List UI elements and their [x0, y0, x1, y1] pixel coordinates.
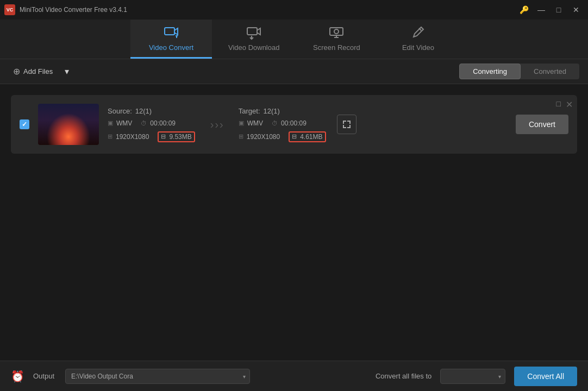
- target-label: Target:: [239, 107, 260, 115]
- target-format-icon: ▣: [239, 119, 244, 127]
- arrow-3: ›: [220, 118, 223, 131]
- tab-video-convert-label: Video Convert: [149, 43, 193, 52]
- tab-edit-video-label: Edit Video: [402, 43, 434, 52]
- title-bar-controls: 🔑 — □ ✕: [516, 2, 584, 17]
- minimize-button[interactable]: —: [534, 2, 549, 17]
- target-format: ▣ WMV: [239, 119, 263, 127]
- edit-icon[interactable]: □: [556, 99, 561, 108]
- video-download-icon: [246, 25, 261, 40]
- converted-tab[interactable]: Converted: [521, 64, 579, 79]
- source-size-icon: ⊟: [161, 133, 166, 140]
- source-duration-value: 00:00:09: [150, 119, 176, 127]
- target-resolution-value: 1920X1080: [247, 133, 280, 141]
- output-dropdown-icon[interactable]: ▾: [243, 373, 246, 379]
- close-button[interactable]: ✕: [568, 2, 584, 17]
- clock-output-icon: ⏰: [11, 370, 24, 383]
- target-duration-value: 00:00:09: [281, 119, 306, 127]
- arrow-1: ›: [210, 118, 214, 131]
- app-title: MiniTool Video Converter Free v3.4.1: [20, 6, 127, 14]
- add-files-dropdown-button[interactable]: ▾: [61, 66, 72, 77]
- tab-screen-record[interactable]: Screen Record: [296, 20, 377, 59]
- source-resolution: ⊞ 1920X1080: [108, 133, 149, 141]
- clock-icon: ⏱: [141, 120, 147, 127]
- converting-tabs: Converting Converted: [459, 64, 579, 79]
- tab-video-download[interactable]: Video Download: [212, 20, 296, 59]
- target-res-icon: ⊞: [239, 133, 243, 140]
- source-fields: ▣ WMV ⏱ 00:00:09 ⊞ 1920X1080: [108, 119, 195, 142]
- convert-arrows: › › ›: [210, 118, 223, 131]
- target-row-1: ▣ WMV ⏱ 00:00:09: [239, 119, 326, 127]
- title-bar: VC MiniTool Video Converter Free v3.4.1 …: [0, 0, 588, 20]
- format-icon: ▣: [108, 119, 113, 127]
- toolbar: ⊕ Add Files ▾ Converting Converted: [0, 59, 588, 84]
- output-label: Output: [33, 372, 54, 380]
- converting-tab[interactable]: Converting: [459, 64, 521, 79]
- title-bar-left: VC MiniTool Video Converter Free v3.4.1: [4, 4, 127, 15]
- target-row-2: ⊞ 1920X1080 ⊟ 4.61MB: [239, 131, 326, 142]
- file-card: □ ✕ Source: 12(1) ▣ WMV: [11, 95, 577, 154]
- thumbnail: [38, 104, 99, 145]
- source-format: ▣ WMV: [108, 119, 132, 127]
- svg-rect-1: [247, 28, 257, 35]
- nav-tabs: Video Convert Video Download Screen Reco…: [0, 20, 588, 59]
- video-convert-icon: [164, 25, 179, 40]
- source-size-box: ⊟ 9.53MB: [158, 131, 195, 142]
- convert-all-label: Convert all files to: [376, 372, 431, 380]
- convert-button[interactable]: Convert: [516, 115, 568, 134]
- svg-point-3: [334, 29, 339, 34]
- tab-video-convert[interactable]: Video Convert: [130, 20, 212, 59]
- screen-record-icon: [329, 25, 344, 40]
- target-format-value: WMV: [247, 119, 263, 127]
- target-size-value: 4.61MB: [300, 133, 322, 141]
- main-content: □ ✕ Source: 12(1) ▣ WMV: [0, 84, 588, 369]
- target-clock-icon: ⏱: [272, 120, 278, 127]
- target-section: Target: 12(1) ▣ WMV ⏱ 00:00:09: [239, 107, 326, 142]
- convert-all-select-wrapper: ▾: [440, 369, 505, 384]
- res-icon: ⊞: [108, 133, 112, 140]
- svg-rect-0: [165, 28, 174, 35]
- source-row-1: ▣ WMV ⏱ 00:00:09: [108, 119, 195, 127]
- file-checkbox[interactable]: [20, 119, 29, 129]
- target-settings-button[interactable]: [337, 115, 356, 134]
- source-count: 12(1): [135, 107, 152, 115]
- source-label: Source:: [108, 107, 132, 115]
- add-files-label: Add Files: [23, 67, 53, 75]
- key-button[interactable]: 🔑: [516, 2, 531, 17]
- target-duration: ⏱ 00:00:09: [272, 119, 306, 127]
- target-resolution: ⊞ 1920X1080: [239, 133, 280, 141]
- add-files-button[interactable]: ⊕ Add Files: [9, 64, 57, 79]
- file-info: Source: 12(1) ▣ WMV ⏱ 00:00:09: [108, 107, 507, 142]
- convert-all-select[interactable]: [440, 369, 505, 384]
- source-format-value: WMV: [116, 119, 132, 127]
- bottom-bar: ⏰ Output ▾ Convert all files to ▾ Conver…: [0, 361, 588, 391]
- output-path-wrapper: ▾: [65, 369, 250, 384]
- source-row-2: ⊞ 1920X1080 ⊟ 9.53MB: [108, 131, 195, 142]
- edit-video-icon: [410, 25, 426, 40]
- arrow-2: ›: [215, 118, 218, 131]
- thumbnail-image: [38, 104, 99, 145]
- close-icon[interactable]: ✕: [566, 99, 573, 110]
- tab-video-download-label: Video Download: [228, 43, 279, 52]
- output-path-input[interactable]: [65, 369, 250, 384]
- tab-screen-record-label: Screen Record: [313, 43, 360, 52]
- resize-icon: [341, 119, 352, 130]
- source-resolution-value: 1920X1080: [116, 133, 149, 141]
- target-size-box: ⊟ 4.61MB: [289, 131, 326, 142]
- source-size-value: 9.53MB: [169, 133, 191, 141]
- plus-icon: ⊕: [13, 66, 20, 77]
- source-duration: ⏱ 00:00:09: [141, 119, 176, 127]
- app-logo: VC: [4, 4, 15, 15]
- target-fields: ▣ WMV ⏱ 00:00:09 ⊞ 1920X1080: [239, 119, 326, 142]
- convert-all-button[interactable]: Convert All: [514, 367, 577, 386]
- maximize-button[interactable]: □: [551, 2, 566, 17]
- tab-edit-video[interactable]: Edit Video: [377, 20, 459, 59]
- target-count: 12(1): [264, 107, 280, 115]
- source-section: Source: 12(1) ▣ WMV ⏱ 00:00:09: [108, 107, 195, 142]
- target-size-icon: ⊟: [292, 133, 297, 140]
